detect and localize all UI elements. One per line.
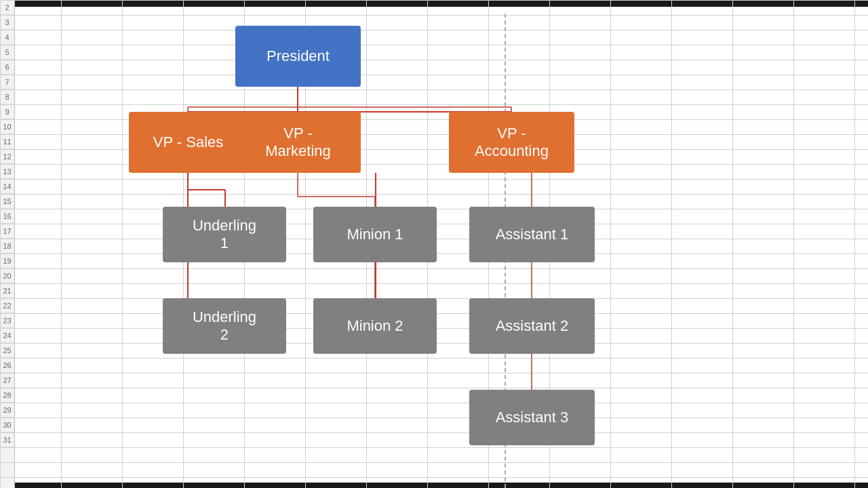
vp-marketing-label: VP -Marketing [265,125,331,161]
vp-sales-box: VP - Sales [129,112,248,173]
minion1-label: Minion 1 [347,226,403,243]
vp-marketing-box: VP -Marketing [235,112,361,173]
assistant2-box: Assistant 2 [469,298,595,354]
vp-accounting-label: VP -Accounting [475,125,549,161]
minion1-box: Minion 1 [313,207,437,262]
vp-sales-label: VP - Sales [153,134,224,151]
minion2-box: Minion 2 [313,298,437,354]
underling2-label: Underling2 [193,308,256,344]
underling2-box: Underling2 [163,298,286,354]
president-box: President [235,26,361,87]
underling1-box: Underling1 [163,207,286,262]
vp-accounting-box: VP -Accounting [449,112,574,173]
assistant1-box: Assistant 1 [469,207,595,262]
assistant1-label: Assistant 1 [496,226,569,243]
assistant2-label: Assistant 2 [496,317,569,335]
assistant3-box: Assistant 3 [469,390,595,445]
spreadsheet: 2 3 4 5 6 7 8 9 10 11 12 13 14 15 16 17 … [0,0,868,488]
minion2-label: Minion 2 [347,317,403,335]
org-chart: President VP - Sales VP -Marketing VP -A… [15,7,693,481]
president-label: President [267,47,330,65]
underling1-label: Underling1 [193,217,256,253]
assistant3-label: Assistant 3 [496,409,569,426]
